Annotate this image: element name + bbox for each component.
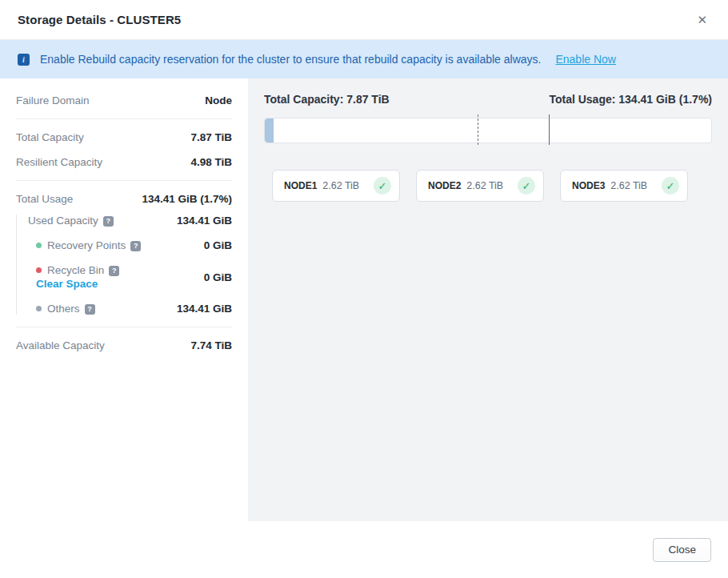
usage-bar-fill (265, 118, 274, 142)
clear-space-link[interactable]: Clear Space (36, 278, 98, 290)
node-status-check-icon: ✓ (374, 177, 391, 195)
recovery-points-row: Recovery Points? 0 GiB (28, 239, 232, 251)
failure-domain-label: Failure Domain (16, 94, 90, 106)
available-capacity-row: Available Capacity 7.74 TiB (16, 339, 232, 351)
recovery-points-bullet-dot (36, 243, 42, 248)
resilient-capacity-label: Resilient Capacity (16, 156, 102, 168)
recovery-points-value: 0 GiB (204, 239, 232, 251)
total-capacity-value: 7.87 TiB (190, 131, 232, 143)
resilient-capacity-value: 4.98 TiB (190, 156, 232, 168)
node-status-check-icon: ✓ (662, 177, 679, 195)
storage-details-dialog: Storage Details - CLUSTER5 ✕ i Enable Re… (0, 0, 728, 578)
others-row: Others? 134.41 GiB (28, 303, 232, 315)
dialog-title: Storage Details - CLUSTER5 (18, 13, 181, 26)
used-capacity-value: 134.41 GiB (177, 215, 232, 227)
usage-breakdown-group: Used Capacity? 134.41 GiB Recovery Point… (16, 215, 232, 315)
dialog-footer: Close (0, 521, 728, 578)
close-icon[interactable]: ✕ (694, 10, 710, 29)
dialog-header: Storage Details - CLUSTER5 ✕ (0, 0, 728, 40)
used-capacity-row: Used Capacity? 134.41 GiB (28, 215, 232, 227)
usage-header: Total Capacity: 7.87 TiB Total Usage: 13… (264, 93, 712, 106)
node-capacity: 2.62 TiB (466, 180, 503, 191)
rebuild-capacity-marker (478, 114, 478, 145)
usage-total-capacity: Total Capacity: 7.87 TiB (264, 93, 390, 106)
node-name: NODE1 (284, 180, 317, 191)
divider (16, 180, 232, 181)
recycle-bin-bullet-dot (36, 267, 42, 273)
total-usage-value: 134.41 GiB (1.7%) (142, 193, 232, 205)
recovery-points-label: Recovery Points (47, 239, 126, 251)
usage-total-usage: Total Usage: 134.41 GiB (1.7%) (549, 93, 712, 106)
close-button[interactable]: Close (653, 538, 711, 562)
dialog-content: Failure Domain Node Total Capacity 7.87 … (0, 78, 728, 521)
help-icon[interactable]: ? (109, 266, 119, 276)
enable-now-link[interactable]: Enable Now (555, 53, 616, 66)
total-usage-row: Total Usage 134.41 GiB (1.7%) (16, 193, 232, 205)
others-value: 134.41 GiB (177, 303, 232, 315)
nodes-row: NODE1 2.62 TiB ✓ NODE2 2.62 TiB ✓ NODE3 … (272, 170, 712, 202)
recycle-bin-row: Recycle Bin? Clear Space 0 GiB (28, 264, 232, 290)
node-name: NODE3 (572, 180, 605, 191)
node-card: NODE2 2.62 TiB ✓ (416, 170, 544, 202)
storage-summary-panel: Failure Domain Node Total Capacity 7.87 … (0, 78, 248, 521)
recycle-bin-value: 0 GiB (204, 271, 232, 283)
failure-domain-row: Failure Domain Node (16, 94, 232, 106)
resilient-capacity-marker (549, 114, 550, 145)
rebuild-capacity-banner: i Enable Rebuild capacity reservation fo… (0, 40, 728, 78)
available-capacity-label: Available Capacity (16, 339, 105, 351)
node-card: NODE1 2.62 TiB ✓ (272, 170, 400, 202)
available-capacity-value: 7.74 TiB (190, 339, 232, 351)
total-capacity-label: Total Capacity (16, 131, 84, 143)
used-capacity-label: Used Capacity (28, 215, 98, 227)
others-bullet-dot (36, 306, 42, 311)
banner-message: Enable Rebuild capacity reservation for … (40, 53, 541, 66)
usage-visualization-panel: Total Capacity: 7.87 TiB Total Usage: 13… (248, 78, 728, 521)
node-status-check-icon: ✓ (518, 177, 535, 195)
recycle-bin-label: Recycle Bin (47, 264, 104, 276)
capacity-usage-bar (264, 118, 712, 143)
node-name: NODE2 (428, 180, 461, 191)
info-icon: i (18, 54, 30, 66)
failure-domain-value: Node (205, 94, 232, 106)
others-label: Others (47, 303, 80, 315)
node-capacity: 2.62 TiB (610, 180, 647, 191)
divider (16, 327, 232, 327)
help-icon[interactable]: ? (103, 216, 114, 227)
node-card: NODE3 2.62 TiB ✓ (560, 170, 688, 202)
total-usage-label: Total Usage (16, 193, 73, 205)
node-capacity: 2.62 TiB (322, 180, 359, 191)
divider (16, 118, 232, 119)
help-icon[interactable]: ? (85, 304, 95, 315)
resilient-capacity-row: Resilient Capacity 4.98 TiB (16, 156, 232, 168)
help-icon[interactable]: ? (130, 241, 141, 251)
total-capacity-row: Total Capacity 7.87 TiB (16, 131, 232, 143)
